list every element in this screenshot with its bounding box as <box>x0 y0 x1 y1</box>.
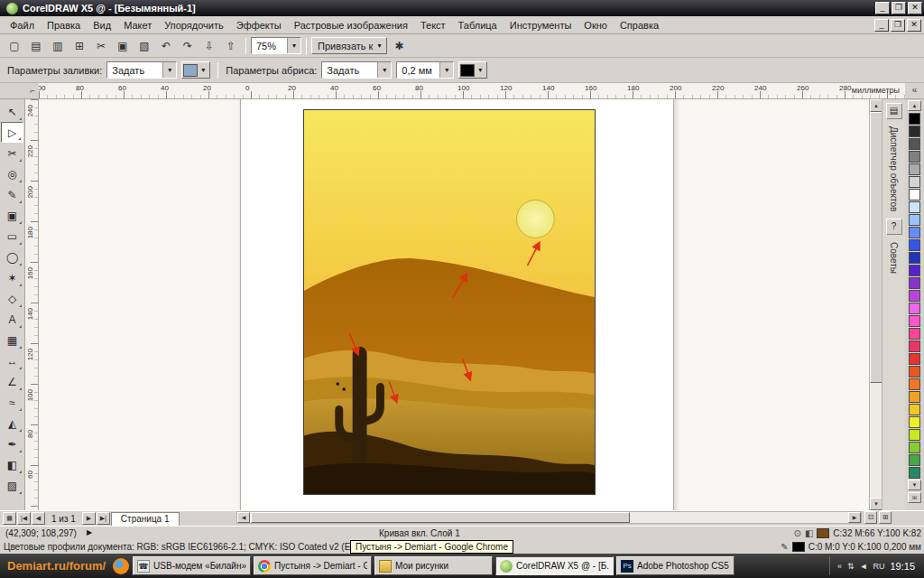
palette-swatch[interactable] <box>909 163 920 175</box>
shape-tool[interactable]: ▷ <box>1 122 23 143</box>
first-page-icon[interactable]: |◀ <box>17 512 31 525</box>
sun[interactable] <box>517 200 555 238</box>
text-tool[interactable]: А <box>1 309 23 330</box>
import-icon[interactable]: ⇩ <box>199 37 219 55</box>
palette-swatch[interactable] <box>909 214 920 226</box>
scroll-left-icon[interactable]: ◀ <box>237 512 250 523</box>
taskbar-button[interactable]: Пустыня -> Demiart - G... <box>254 556 372 575</box>
next-page-icon[interactable]: ▶ <box>82 512 96 525</box>
zoom-level-combo[interactable]: 75% ▾ <box>251 37 301 54</box>
dimension-tool[interactable]: ↔ <box>1 350 23 371</box>
fill-color-swatch[interactable] <box>817 528 829 538</box>
redo-icon[interactable]: ↷ <box>178 37 198 55</box>
palette-swatch[interactable] <box>909 454 920 466</box>
palette-swatch[interactable] <box>909 201 920 213</box>
chevron-down-icon[interactable]: ▾ <box>377 62 391 78</box>
palette-swatch[interactable] <box>909 467 920 479</box>
palette-swatch[interactable] <box>909 252 920 264</box>
menu-Инструменты[interactable]: Инструменты <box>504 18 578 33</box>
paste-icon[interactable]: ▧ <box>134 37 154 55</box>
table-tool[interactable]: ▦ <box>1 330 23 350</box>
ruler-origin-button[interactable]: ⌐ <box>0 83 39 99</box>
chevron-down-icon[interactable]: ▾ <box>198 66 208 74</box>
vertical-scroll-thumb[interactable] <box>870 112 882 383</box>
palette-swatch[interactable] <box>909 113 920 125</box>
palette-swatch[interactable] <box>909 340 920 352</box>
docker-tab-object-manager[interactable]: Диспетчер объектов <box>889 124 899 214</box>
palette-swatch[interactable] <box>909 429 920 441</box>
palette-swatch[interactable] <box>909 315 920 327</box>
chevron-down-icon[interactable]: ▾ <box>287 38 300 53</box>
page-options-icon[interactable]: ▦ <box>3 512 16 525</box>
taskbar-button[interactable]: CorelDRAW X5 @ - [Б... <box>495 556 614 575</box>
zoom-tool[interactable]: ◎ <box>1 163 23 184</box>
object-manager-icon[interactable]: ▤ <box>886 103 902 119</box>
palette-swatch[interactable] <box>909 227 920 238</box>
palette-swatch[interactable] <box>909 416 920 428</box>
status-expand-icon[interactable]: ▶ <box>87 528 92 536</box>
hints-icon[interactable]: ? <box>886 219 902 235</box>
navigator-button[interactable]: ⊡ <box>864 511 877 524</box>
horizontal-scroll-thumb[interactable] <box>251 512 630 523</box>
clock[interactable]: 19:15 <box>890 561 915 572</box>
palette-swatch[interactable] <box>909 189 920 200</box>
palette-swatch[interactable] <box>909 265 920 276</box>
fill-tool[interactable]: ◧ <box>1 454 23 475</box>
copy-icon[interactable]: ▣ <box>113 37 133 55</box>
smart-fill-tool[interactable]: ▣ <box>1 205 23 226</box>
taskbar-button[interactable]: Adobe Photoshop CS5 E... <box>616 556 735 575</box>
fill-params-combo[interactable]: Задать ▾ <box>106 61 177 79</box>
start-watermark-text[interactable]: Demiart.ru/forum/ <box>4 559 109 573</box>
palette-swatch[interactable] <box>909 176 920 188</box>
menu-Растровые изображения[interactable]: Растровые изображения <box>288 18 414 33</box>
undo-icon[interactable]: ↶ <box>156 37 176 55</box>
taskbar-button[interactable]: Мои рисунки <box>374 556 493 575</box>
palette-scroll-down-icon[interactable]: ▼ <box>908 480 921 490</box>
maximize-button[interactable]: ❐ <box>892 2 906 14</box>
palette-swatch[interactable] <box>909 404 920 415</box>
chevron-down-icon[interactable]: ▾ <box>475 66 485 74</box>
palette-swatch[interactable] <box>909 138 920 150</box>
taskbar-button[interactable]: USB-модем «Билайн» <box>133 556 251 575</box>
palette-expand-icon[interactable]: ⊞ <box>908 492 921 503</box>
menu-Таблица[interactable]: Таблица <box>452 18 504 33</box>
rectangle-tool[interactable]: ▭ <box>1 226 23 247</box>
palette-swatch[interactable] <box>909 126 920 137</box>
outline-color-picker[interactable]: ▾ <box>458 61 487 79</box>
volume-icon[interactable]: ◄ <box>860 562 868 571</box>
prev-page-icon[interactable]: ◀ <box>32 512 45 525</box>
menu-Окно[interactable]: Окно <box>578 18 614 33</box>
network-icon[interactable]: ⇅ <box>847 562 855 571</box>
mdi-close-button[interactable]: ✕ <box>907 19 921 32</box>
menu-Упорядочить[interactable]: Упорядочить <box>158 18 229 33</box>
menu-Правка[interactable]: Правка <box>41 18 87 33</box>
language-indicator[interactable]: RU <box>873 562 884 571</box>
palette-swatch[interactable] <box>909 290 920 302</box>
basic-shapes-tool[interactable]: ◇ <box>1 288 23 309</box>
view-pages-button[interactable]: ⊞ <box>879 511 892 524</box>
polygon-tool[interactable]: ✶ <box>1 267 23 288</box>
menu-Вид[interactable]: Вид <box>87 18 117 33</box>
outline-pen-tool[interactable]: ✒ <box>1 434 23 454</box>
vertical-scrollbar[interactable]: ▲ ▼ <box>869 99 882 510</box>
chevron-down-icon[interactable]: ▾ <box>439 62 453 78</box>
scroll-down-icon[interactable]: ▼ <box>870 498 882 510</box>
print-icon[interactable]: ⊞ <box>69 37 89 55</box>
crop-tool[interactable]: ✂ <box>1 143 23 163</box>
palette-swatch[interactable] <box>909 378 920 390</box>
fill-color-picker[interactable]: ▾ <box>181 61 210 79</box>
new-document-icon[interactable]: ▢ <box>5 37 24 55</box>
scroll-up-icon[interactable]: ▲ <box>870 99 882 112</box>
connector-tool[interactable]: ∠ <box>1 371 23 392</box>
minimize-button[interactable]: _ <box>875 2 890 14</box>
horizontal-ruler[interactable]: миллиметры 10080604020020406080100120140… <box>39 83 905 99</box>
snap-to-button[interactable]: Привязать к ▾ <box>311 37 387 54</box>
outline-params-combo[interactable]: Задать ▾ <box>321 61 392 79</box>
page-tab[interactable]: Страница 1 <box>111 512 180 526</box>
dockers-collapse-icon[interactable]: « <box>905 83 924 99</box>
tray-expand-icon[interactable]: « <box>837 562 842 571</box>
outline-width-combo[interactable]: 0,2 мм ▾ <box>396 61 454 79</box>
palette-swatch[interactable] <box>909 442 920 453</box>
mdi-minimize-button[interactable]: _ <box>874 19 889 32</box>
cut-icon[interactable]: ✂ <box>91 37 111 55</box>
